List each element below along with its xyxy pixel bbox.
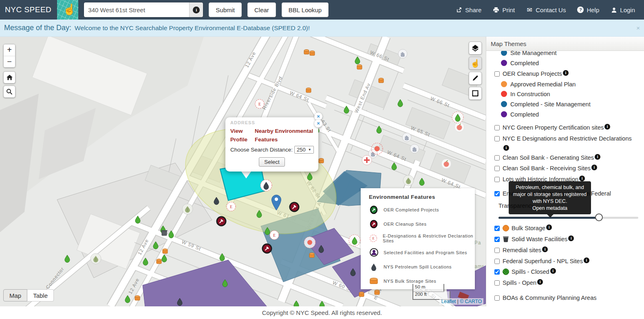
park-poi-icon bbox=[90, 253, 101, 264]
map-themes-header: Map Themes bbox=[486, 37, 644, 51]
envelope-icon: ✉ bbox=[526, 7, 533, 13]
map-canvas[interactable]: E bbox=[0, 37, 486, 306]
pan-tool-button[interactable]: ☝ bbox=[469, 57, 482, 70]
bbl-lookup-button[interactable]: BBL Lookup bbox=[282, 2, 329, 17]
info-icon[interactable] bbox=[563, 70, 569, 76]
login-link[interactable]: Login bbox=[611, 7, 635, 13]
e-designation-circled-spill[interactable] bbox=[260, 180, 272, 191]
svg-text:Pa: Pa bbox=[474, 240, 481, 246]
view-profile-link[interactable]: View Profile bbox=[230, 127, 247, 144]
open-metadata-link[interactable]: Open metadata bbox=[512, 205, 588, 212]
e-designation-marker[interactable] bbox=[255, 99, 264, 108]
address-search-input[interactable] bbox=[84, 2, 189, 17]
theme-checkbox[interactable] bbox=[494, 191, 500, 196]
theme-spills-closed: Spills - Closed bbox=[486, 266, 644, 277]
theme-checkbox[interactable] bbox=[494, 237, 500, 242]
info-icon[interactable] bbox=[595, 154, 600, 160]
park-poi-icon bbox=[403, 175, 414, 186]
hand-poi-icon bbox=[398, 49, 407, 58]
purple-dot-icon bbox=[501, 60, 507, 66]
info-icon[interactable] bbox=[537, 279, 543, 285]
clear-button[interactable]: Clear bbox=[247, 2, 276, 17]
draw-tool-button[interactable] bbox=[469, 72, 482, 85]
submit-button[interactable]: Submit bbox=[209, 2, 242, 17]
info-icon[interactable] bbox=[550, 268, 556, 274]
info-icon[interactable] bbox=[542, 246, 548, 252]
address-search-group bbox=[84, 2, 203, 17]
oer-cleanup-marker[interactable] bbox=[290, 202, 299, 211]
info-icon[interactable] bbox=[591, 165, 597, 170]
select-distance-button[interactable]: Select bbox=[259, 157, 285, 167]
leaflet-link[interactable]: Leaflet bbox=[441, 299, 456, 304]
zoom-in-button[interactable]: + bbox=[4, 44, 15, 56]
print-link[interactable]: Print bbox=[493, 7, 515, 13]
theme-checkbox[interactable] bbox=[494, 248, 500, 253]
solid-waste-marker[interactable] bbox=[161, 230, 168, 235]
map-table-tabs: Map Table bbox=[3, 289, 54, 301]
theme-checkbox[interactable] bbox=[494, 125, 500, 130]
theme-solid-waste: Solid Waste Facilities bbox=[486, 234, 644, 245]
top-navbar: NYC SPEED ☝ Submit Clear BBL Lookup Shar… bbox=[0, 0, 644, 20]
info-icon[interactable] bbox=[584, 257, 589, 263]
app-title: NYC SPEED bbox=[5, 5, 51, 14]
theme-checkbox[interactable] bbox=[494, 177, 500, 182]
spills-closed-swatch-icon bbox=[503, 268, 509, 275]
oer-cleanup-marker[interactable] bbox=[262, 244, 271, 253]
map-search-button[interactable] bbox=[3, 86, 15, 98]
info-icon[interactable] bbox=[568, 235, 574, 241]
e-designation-circled-spill[interactable] bbox=[349, 235, 360, 246]
facility-person-icon bbox=[369, 248, 379, 257]
hospital-poi-icon bbox=[362, 155, 372, 165]
theme-checkbox[interactable] bbox=[494, 295, 500, 301]
message-prefix: Message of the Day: bbox=[4, 24, 71, 32]
info-icon[interactable] bbox=[503, 145, 509, 151]
user-icon bbox=[611, 7, 617, 13]
distance-select[interactable]: 250 ▼ bbox=[294, 146, 314, 154]
theme-checkbox[interactable] bbox=[494, 71, 500, 77]
popup-close-icon[interactable] bbox=[314, 119, 322, 128]
help-link[interactable]: Help bbox=[577, 7, 599, 13]
home-extent-button[interactable] bbox=[3, 71, 15, 84]
info-icon[interactable] bbox=[579, 176, 585, 181]
extent-select-button[interactable] bbox=[469, 87, 482, 100]
info-icon bbox=[193, 7, 200, 13]
e-designation-marker[interactable] bbox=[227, 202, 236, 211]
contact-us-link[interactable]: ✉ Contact Us bbox=[526, 7, 566, 13]
oer-cleanup-marker[interactable] bbox=[217, 217, 226, 226]
basemap-layers-button[interactable] bbox=[469, 42, 482, 55]
e-designation-circled-poi[interactable] bbox=[304, 237, 315, 248]
theme-checkbox[interactable] bbox=[494, 269, 500, 275]
theme-checkbox[interactable] bbox=[494, 280, 500, 286]
e-designation-icon: E bbox=[369, 234, 378, 243]
e-designation-marker[interactable] bbox=[270, 231, 279, 240]
scale-bar: 50 m 200 ft bbox=[412, 284, 450, 300]
purple-dot-icon bbox=[501, 111, 507, 117]
legend-row: E E-Designations & Restrictive Declarati… bbox=[369, 231, 475, 245]
tab-table[interactable]: Table bbox=[27, 289, 54, 301]
top-links: Share Print ✉ Contact Us Help Login bbox=[456, 7, 635, 13]
theme-checkbox[interactable] bbox=[494, 166, 500, 171]
theme-checkbox[interactable] bbox=[494, 136, 500, 141]
carto-link[interactable]: © CARTO bbox=[460, 299, 482, 304]
info-icon[interactable] bbox=[546, 224, 552, 230]
tab-map[interactable]: Map bbox=[3, 289, 27, 301]
theme-checkbox[interactable] bbox=[494, 155, 500, 161]
magnifier-icon bbox=[6, 88, 13, 95]
zoom-out-button[interactable]: − bbox=[4, 56, 15, 67]
slider-knob[interactable] bbox=[595, 213, 603, 221]
theme-checkbox[interactable] bbox=[494, 226, 500, 231]
zoning-polygon-purple[interactable] bbox=[143, 260, 271, 306]
red-dot-icon bbox=[501, 91, 507, 97]
e-designation-circled-spill[interactable] bbox=[452, 112, 463, 123]
message-dismiss-icon[interactable] bbox=[636, 24, 640, 31]
share-link[interactable]: Share bbox=[456, 7, 481, 13]
nearby-features-link[interactable]: Nearby Environmental Features bbox=[255, 127, 313, 144]
market-poi-icon bbox=[441, 159, 451, 169]
help-icon bbox=[577, 7, 584, 13]
info-icon[interactable] bbox=[604, 124, 610, 130]
search-info-button[interactable] bbox=[189, 2, 203, 17]
legend-entry-completed-site-management: Completed - Site Management bbox=[486, 99, 644, 110]
legend-row: OER Cleanup Sites bbox=[369, 217, 475, 231]
environmental-features-legend: Environmental Features OER Completed Pro… bbox=[361, 188, 475, 289]
theme-checkbox[interactable] bbox=[494, 259, 500, 264]
